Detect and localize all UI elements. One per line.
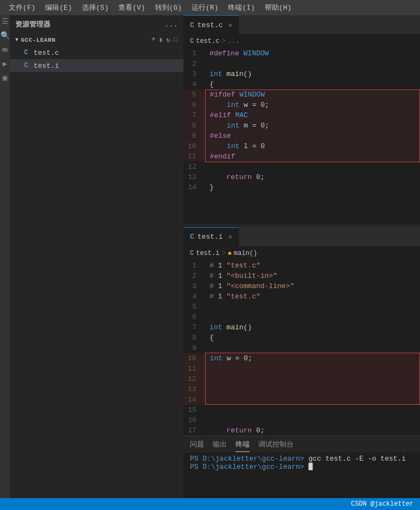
code-scroll-bottom[interactable]: 1 # 1 "test.c" 2 # 1 "<built-in>" 3 # 1 …	[183, 260, 420, 436]
status-bar: CSDN @jackletter	[0, 498, 420, 510]
tab-test-i-label: test.i	[198, 233, 223, 241]
menu-terminal[interactable]: 终端(I)	[224, 2, 259, 14]
editor-pane-top: C test.c ✕ C test.c > ...	[183, 15, 420, 224]
breadcrumb-rest-top: ...	[228, 37, 240, 45]
table-row: 13 return 0;	[183, 172, 420, 182]
status-text: CSDN @jackletter	[351, 500, 413, 508]
new-file-icon[interactable]: +	[151, 36, 156, 44]
line-num: 10	[183, 141, 205, 151]
breadcrumb-sep1: >	[221, 37, 225, 45]
panel-tabs: 问题 输出 终端 调试控制台	[183, 436, 420, 452]
breadcrumb-sep-bottom: >	[221, 250, 225, 257]
line-num: 8	[183, 120, 205, 131]
line-num: 11	[183, 364, 205, 374]
tab-i-icon: C	[190, 233, 194, 241]
line-num: 1	[183, 260, 205, 271]
menu-view[interactable]: 查看(V)	[114, 2, 149, 14]
line-num: 3	[183, 281, 205, 291]
code-line	[205, 59, 419, 69]
code-line	[205, 364, 419, 374]
line-num: 13	[183, 172, 205, 182]
line-num: 9	[183, 343, 205, 353]
table-row: 16	[183, 415, 420, 425]
activity-bar: ☰ 🔍 ⛂ ▶ ▣	[0, 15, 10, 498]
search-icon[interactable]: 🔍	[1, 31, 9, 39]
table-row: 9	[183, 343, 420, 353]
panel-tab-terminal[interactable]: 终端	[236, 437, 250, 452]
explorer-title[interactable]: ▼ GCC-LEARN + ▮ ↻ □	[10, 34, 183, 46]
breadcrumb-top: C test.c > ...	[183, 34, 420, 48]
code-line: # 1 "<command-line>"	[205, 281, 419, 291]
line-num: 6	[183, 100, 205, 110]
menu-file[interactable]: 文件(F)	[4, 2, 40, 14]
menu-goto[interactable]: 转到(G)	[151, 2, 186, 14]
table-row: 10 int l = 0	[183, 141, 420, 151]
terminal-line-1: PS D:\jackletter\gcc-learn> gcc test.c -…	[190, 455, 413, 463]
line-num: 11	[183, 151, 205, 162]
code-line: #define WINDOW	[205, 48, 419, 59]
tab-bar-top: C test.c ✕	[183, 15, 420, 34]
panel-tab-output[interactable]: 输出	[213, 437, 227, 452]
panel-tab-debug[interactable]: 调试控制台	[258, 437, 294, 452]
table-row: 11	[183, 364, 420, 374]
line-num: 6	[183, 312, 205, 322]
table-row: 2 # 1 "<built-in>"	[183, 271, 420, 281]
editor-pane-bottom: C test.i ✕ C test.i > ◆ main()	[183, 227, 420, 436]
code-table-top: 1 #define WINDOW 2 3 int mai	[183, 48, 420, 193]
breadcrumb-file-top: test.c	[196, 37, 219, 45]
table-row: 6 int w = 0;	[183, 100, 420, 110]
table-row: 12	[183, 162, 420, 172]
tab-test-c[interactable]: C test.c ✕	[183, 15, 239, 34]
line-num: 12	[183, 162, 205, 172]
breadcrumb-fn-icon: ◆	[228, 249, 232, 257]
line-num: 12	[183, 374, 205, 384]
code-line: int main()	[205, 322, 419, 333]
breadcrumb-bottom: C test.i > ◆ main()	[183, 246, 420, 260]
more-options-icon[interactable]: ...	[164, 20, 178, 29]
table-row: 6	[183, 312, 420, 322]
table-row: 12	[183, 374, 420, 384]
table-row: 15	[183, 405, 420, 415]
sidebar: 资源管理器 ... ▼ GCC-LEARN + ▮ ↻ □ C test.c C…	[10, 15, 183, 498]
line-num: 5	[183, 90, 205, 100]
terminal-prompt-2: PS D:\jackletter\gcc-learn>	[190, 463, 304, 471]
file-item-test-c[interactable]: C test.c	[10, 46, 183, 59]
table-row: 4 # 1 "test.c"	[183, 291, 420, 302]
line-num: 17	[183, 425, 205, 436]
menu-select[interactable]: 选择(S)	[78, 2, 113, 14]
menu-edit[interactable]: 编辑(E)	[41, 2, 76, 14]
code-line: int w = 0;	[205, 100, 419, 110]
terminal-cursor[interactable]: █	[308, 463, 313, 471]
file-item-test-i[interactable]: C test.i	[10, 59, 183, 72]
code-line	[205, 302, 419, 312]
menubar: 文件(F) 编辑(E) 选择(S) 查看(V) 转到(G) 运行(R) 终端(I…	[0, 0, 420, 15]
new-folder-icon[interactable]: ▮	[159, 36, 163, 44]
menu-run[interactable]: 运行(R)	[187, 2, 222, 14]
tab-close-top[interactable]: ✕	[228, 21, 232, 29]
table-row: 14	[183, 394, 420, 405]
table-row: 11 #endif	[183, 151, 420, 162]
code-scroll-top[interactable]: 1 #define WINDOW 2 3 int mai	[183, 48, 420, 224]
sidebar-title: 资源管理器	[15, 20, 50, 29]
extensions-icon[interactable]: ▣	[1, 74, 9, 81]
tab-close-bottom[interactable]: ✕	[228, 233, 232, 241]
git-icon[interactable]: ⛂	[1, 46, 9, 53]
table-row: 4 {	[183, 79, 420, 90]
table-row: 8 int m = 0;	[183, 120, 420, 131]
debug-icon[interactable]: ▶	[1, 60, 9, 67]
code-line: int main()	[205, 69, 419, 79]
collapse-icon[interactable]: □	[174, 36, 178, 44]
chevron-icon: ▼	[15, 37, 19, 43]
code-line	[205, 415, 419, 425]
sidebar-header: 资源管理器 ...	[10, 15, 183, 34]
line-num: 14	[183, 182, 205, 193]
panel-tab-problems[interactable]: 问题	[190, 437, 204, 452]
tab-test-i[interactable]: C test.i ✕	[183, 227, 239, 246]
menu-help[interactable]: 帮助(H)	[260, 2, 296, 14]
refresh-icon[interactable]: ↻	[167, 36, 171, 44]
code-line	[205, 343, 419, 353]
code-line: #else	[205, 131, 419, 141]
file-label-test-i: test.i	[34, 62, 59, 70]
explorer-icon[interactable]: ☰	[1, 17, 9, 25]
line-num: 14	[183, 394, 205, 405]
